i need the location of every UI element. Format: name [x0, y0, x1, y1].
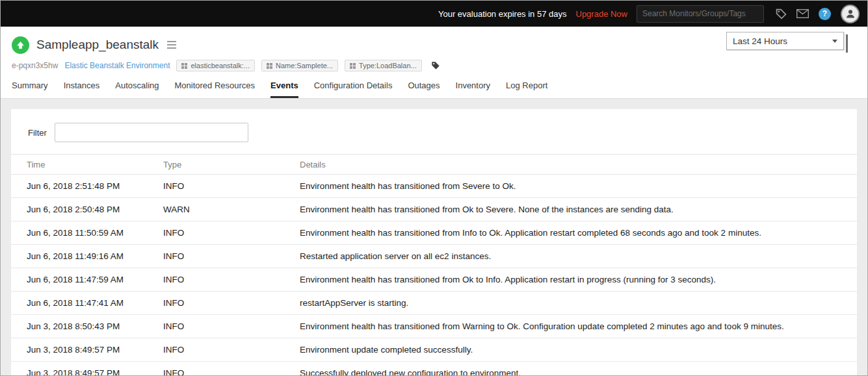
event-row: Jun 3, 2018 8:50:43 PM INFO Environment … [11, 315, 857, 338]
global-search-input[interactable] [637, 5, 764, 23]
event-time: Jun 3, 2018 8:49:57 PM [11, 338, 163, 362]
person-icon [845, 8, 856, 19]
events-table-body: Jun 6, 2018 2:51:48 PM INFO Environment … [11, 175, 857, 376]
event-type: INFO [163, 175, 300, 198]
filter-row: Filter [11, 123, 857, 142]
monitor-header: Sampleapp_beanstalk e-pqxn3x5hw Elastic … [1, 27, 867, 99]
event-type: INFO [163, 221, 300, 245]
event-details: Environment health has transitioned from… [300, 268, 857, 292]
column-header-time: Time [11, 155, 163, 175]
monitor-menu-icon[interactable] [167, 41, 176, 49]
column-header-details: Details [300, 155, 857, 175]
events-header-row: Time Type Details [11, 155, 857, 175]
tab[interactable]: Events [270, 81, 298, 98]
event-row: Jun 6, 2018 11:50:59 AM INFO Environment… [11, 221, 857, 245]
event-details: Environment update completed successfull… [300, 338, 857, 362]
event-row: Jun 3, 2018 8:49:57 PM INFO Successfully… [11, 362, 857, 376]
tab[interactable]: Monitored Resources [175, 81, 256, 98]
event-details: Environment health has transitioned from… [300, 315, 857, 338]
events-card: Filter Time Type Details Jun 6, 2018 2:5… [11, 109, 857, 375]
event-type: INFO [163, 292, 300, 315]
column-header-type: Type [163, 155, 300, 175]
tabs-bar: Summary Instances Autoscaling Monitored … [1, 81, 867, 99]
event-details: restartAppServer is starting. [300, 292, 857, 315]
event-row: Jun 6, 2018 11:47:59 AM INFO Environment… [11, 268, 857, 292]
feedback-mail-icon[interactable] [796, 9, 809, 18]
events-table-head: Time Type Details [11, 155, 857, 175]
content-area: Filter Time Type Details Jun 6, 2018 2:5… [1, 99, 867, 375]
event-details: Environment health has transitioned from… [300, 175, 857, 198]
filter-input[interactable] [55, 123, 248, 142]
tag-grid-icon [350, 63, 356, 69]
tag-icon[interactable] [776, 8, 787, 19]
tag-pill-label: elasticbeanstalk:... [191, 62, 250, 69]
event-type: INFO [163, 338, 300, 362]
event-row: Jun 6, 2018 11:49:16 AM INFO Restarted a… [11, 245, 857, 268]
event-row: Jun 6, 2018 2:51:48 PM INFO Environment … [11, 175, 857, 198]
event-time: Jun 3, 2018 8:50:43 PM [11, 315, 163, 338]
tab[interactable]: Outages [408, 81, 440, 98]
event-row: Jun 3, 2018 8:49:57 PM INFO Environment … [11, 338, 857, 362]
event-details: Environment health has transitioned from… [300, 221, 857, 245]
topbar-icons: ? [776, 5, 860, 23]
event-type: INFO [163, 315, 300, 338]
event-time: Jun 6, 2018 2:51:48 PM [11, 175, 163, 198]
event-row: Jun 6, 2018 2:50:48 PM WARN Environment … [11, 198, 857, 221]
time-range-select[interactable]: Last 24 Hours [726, 32, 844, 50]
tag-pill[interactable]: Type:LoadBalan... [345, 60, 422, 71]
event-time: Jun 6, 2018 11:50:59 AM [11, 221, 163, 245]
user-avatar[interactable] [841, 5, 860, 23]
event-time: Jun 6, 2018 11:47:41 AM [11, 292, 163, 315]
event-type: WARN [163, 198, 300, 221]
monitor-type-link[interactable]: Elastic Beanstalk Environment [64, 61, 170, 70]
time-range-wrap: Last 24 Hours [726, 32, 844, 50]
event-details: Successfully deployed new configuration … [300, 362, 857, 376]
side-panel-handle[interactable] [846, 34, 848, 53]
tag-pill[interactable]: elasticbeanstalk:... [176, 60, 255, 71]
tab[interactable]: Autoscaling [115, 81, 159, 98]
monitor-id: e-pqxn3x5hw [12, 61, 58, 70]
event-type: INFO [163, 362, 300, 376]
filter-label: Filter [28, 128, 47, 138]
topbar: Your evaluation expires in 57 days Upgra… [1, 1, 867, 27]
manage-tags-icon[interactable] [431, 61, 440, 70]
event-details: Environment health has transitioned from… [300, 198, 857, 221]
tab[interactable]: Instances [64, 81, 100, 98]
evaluation-notice: Your evaluation expires in 57 days [438, 9, 567, 19]
tab[interactable]: Summary [12, 81, 48, 98]
tag-grid-icon [267, 63, 272, 69]
tag-pill[interactable]: Name:Samplete... [261, 60, 338, 71]
event-type: INFO [163, 245, 300, 268]
event-time: Jun 6, 2018 11:47:59 AM [11, 268, 163, 292]
event-row: Jun 6, 2018 11:47:41 AM INFO restartAppS… [11, 292, 857, 315]
events-table: Time Type Details Jun 6, 2018 2:51:48 PM… [11, 154, 857, 375]
page-title: Sampleapp_beanstalk [36, 38, 159, 52]
tag-pill-label: Name:Samplete... [276, 62, 333, 69]
app-window: Your evaluation expires in 57 days Upgra… [0, 0, 868, 376]
event-details: Restarted application server on all ec2 … [300, 245, 857, 268]
tag-grid-icon [181, 63, 187, 69]
tab[interactable]: Log Report [506, 81, 547, 98]
tab[interactable]: Inventory [456, 81, 490, 98]
tab[interactable]: Configuration Details [314, 81, 393, 98]
tag-pill-label: Type:LoadBalan... [359, 62, 417, 69]
monitor-status-up-icon [12, 36, 29, 54]
event-time: Jun 6, 2018 2:50:48 PM [11, 198, 163, 221]
help-icon[interactable]: ? [819, 8, 831, 20]
event-time: Jun 6, 2018 11:49:16 AM [11, 245, 163, 268]
upgrade-now-link[interactable]: Upgrade Now [576, 9, 628, 19]
time-range-value: Last 24 Hours [733, 36, 787, 46]
monitor-meta-row: e-pqxn3x5hw Elastic Beanstalk Environmen… [12, 59, 856, 72]
event-time: Jun 3, 2018 8:49:57 PM [11, 362, 163, 376]
chevron-down-icon [832, 40, 837, 43]
event-type: INFO [163, 268, 300, 292]
